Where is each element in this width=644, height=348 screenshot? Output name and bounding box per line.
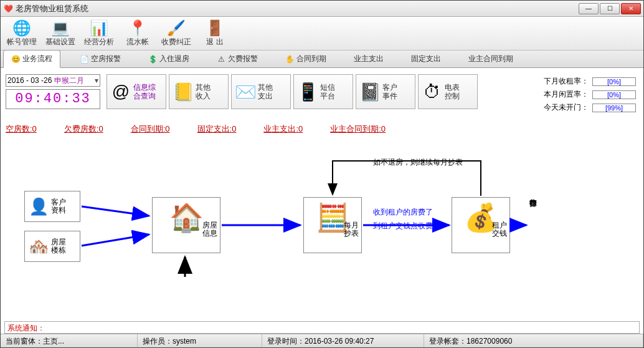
flow-building[interactable]: 🏘️ 房屋楼栋: [24, 231, 80, 262]
lunar-value: 申猴二月: [54, 75, 84, 86]
tab-3[interactable]: ⚠欠费报警: [209, 50, 266, 67]
tab-strip: 😊业务流程📄空房报警💲入住退房⚠欠费报警✋合同到期业主支出固定支出业主合同到期: [1, 51, 643, 68]
tab-label: 欠费报警: [228, 54, 258, 64]
toolbar-icon: 🌐: [12, 19, 32, 37]
flow-customer-label: 客户资料: [51, 198, 66, 215]
quick-btn-label: 信息综合查询: [133, 83, 156, 100]
svg-line-0: [82, 206, 149, 216]
toolbar-label: 收费纠正: [161, 37, 191, 47]
toolbar-icon: 💻: [50, 19, 70, 37]
tab-0[interactable]: 😊业务流程: [3, 50, 60, 68]
stat-link-1[interactable]: 欠费房数:0: [64, 123, 103, 135]
svg-line-1: [82, 234, 149, 246]
status-bar: 当前窗体：主页... 操作员：system 登录时间：2016-03-26 09…: [1, 334, 643, 347]
date-field[interactable]: 2016 - 03 -26 申猴二月 ▾: [6, 74, 100, 87]
toolbar-1[interactable]: 💻基础设置: [42, 18, 79, 49]
quick-btn-label: 其他支出: [258, 83, 273, 100]
quick-btn-icon: @: [108, 79, 133, 104]
rate-label-2: 今天未开门：: [542, 102, 590, 114]
toolbar-3[interactable]: 📍流水帐: [119, 18, 156, 49]
system-notice: 系统通知：: [4, 321, 640, 334]
flow-note1: 收到租户的房费了: [373, 207, 433, 218]
rate-label-1: 本月闲置率：: [542, 89, 590, 100]
quick-btn-1[interactable]: 📒其他收入: [169, 74, 229, 109]
system-notice-label: 系统通知：: [7, 324, 45, 332]
toolbar-0[interactable]: 🌐帐号管理: [3, 18, 40, 49]
tab-label: 业主支出: [354, 54, 384, 64]
toolbar-5[interactable]: 🚪退 出: [196, 18, 234, 49]
quick-btn-icon: ⏱: [420, 79, 445, 104]
flow-customer[interactable]: 👤 客户资料: [24, 191, 80, 222]
toolbar-label: 基础设置: [45, 37, 75, 47]
flow-note2: 到租户交钱点收费: [373, 221, 433, 231]
quick-btn-icon: 📓: [358, 79, 382, 104]
flowchart: 👤 客户资料 🏘️ 房屋楼栋 🏠 房屋信息 🧮 每月抄表 💰 租户交钱 收到租户…: [6, 172, 638, 284]
toolbar-icon: 🚪: [205, 19, 225, 37]
flow-houseinfo[interactable]: 🏠 房屋信息: [152, 197, 220, 253]
tab-4[interactable]: ✋合同到期: [277, 50, 334, 67]
rate-val-2: [99%]: [592, 104, 636, 112]
building-icon: 🏘️: [26, 234, 51, 259]
tab-label: 空房报警: [91, 54, 121, 64]
tab-7[interactable]: 业主合同到期: [460, 50, 521, 67]
maximize-button[interactable]: ☐: [600, 3, 620, 14]
tab-icon: 📄: [80, 55, 88, 64]
tab-icon: 💲: [148, 55, 157, 64]
toolbar-label: 退 出: [206, 37, 223, 47]
app-icon: ❤️: [3, 4, 13, 14]
toolbar-icon: 📍: [128, 19, 148, 37]
tab-label: 业主合同到期: [468, 54, 513, 64]
tab-6[interactable]: 固定支出: [403, 50, 449, 67]
tab-label: 业务流程: [22, 54, 52, 64]
flow-pay-label: 租户交钱: [492, 221, 507, 238]
tab-icon: 😊: [11, 55, 20, 64]
tab-2[interactable]: 💲入住退房: [140, 50, 197, 67]
date-value: 2016 - 03 -26: [7, 76, 52, 85]
stat-link-0[interactable]: 空房数:0: [6, 123, 37, 135]
toolbar-4[interactable]: 🖌️收费纠正: [158, 18, 195, 49]
tab-icon: ✋: [285, 55, 294, 64]
stat-link-5[interactable]: 业主合同到期:0: [330, 123, 386, 135]
minimize-button[interactable]: —: [579, 3, 599, 14]
stat-link-3[interactable]: 固定支出:0: [197, 123, 237, 135]
flow-pay[interactable]: 💰 租户交钱: [452, 197, 510, 253]
rates-panel: 下月收租率：[0%]本月闲置率：[0%]今天未开门：[99%]: [541, 74, 638, 115]
quick-btn-label: 客户事件: [382, 83, 397, 100]
quick-btn-icon: 📱: [295, 79, 320, 104]
toolbar-2[interactable]: 📊经营分析: [80, 18, 118, 49]
quick-btn-0[interactable]: @信息综合查询: [107, 74, 166, 109]
flow-houseinfo-label: 房屋信息: [202, 221, 217, 238]
toolbar-icon: 🖌️: [166, 19, 186, 37]
toolbar-label: 流水帐: [126, 37, 149, 47]
rate-val-1: [0%]: [592, 90, 636, 99]
close-button[interactable]: ✕: [621, 3, 641, 14]
person-icon: 👤: [26, 194, 51, 219]
tab-label: 固定支出: [411, 54, 441, 64]
quick-btn-4[interactable]: 📓客户事件: [356, 74, 415, 109]
rate-label-0: 下月收租率：: [542, 75, 590, 87]
toolbar-label: 帐号管理: [7, 37, 37, 47]
clock: 09:40:33: [6, 89, 100, 109]
quick-btn-icon: ✉️: [233, 79, 258, 104]
rate-val-0: [0%]: [592, 77, 636, 86]
quick-btn-3[interactable]: 📱短信平台: [293, 74, 353, 109]
chevron-down-icon[interactable]: ▾: [95, 76, 98, 85]
toolbar-label: 经营分析: [84, 37, 114, 47]
stat-link-4[interactable]: 业主支出:0: [263, 123, 303, 135]
quick-btn-2[interactable]: ✉️其他支出: [231, 74, 291, 109]
tab-1[interactable]: 📄空房报警: [72, 50, 129, 67]
flow-loop-label: 如不退房，则继续每月抄表: [373, 157, 463, 168]
tab-label: 入住退房: [159, 54, 189, 64]
quick-btn-icon: 📒: [171, 79, 196, 104]
stat-link-2[interactable]: 合同到期:0: [131, 123, 170, 135]
house-icon: 🏠: [164, 199, 208, 236]
titlebar: ❤️ 老房管物业租赁系统 — ☐ ✕: [1, 1, 643, 17]
toolbar-icon: 📊: [89, 19, 109, 37]
flow-building-label: 房屋楼栋: [51, 238, 66, 254]
tab-5[interactable]: 业主支出: [346, 50, 392, 67]
quick-btn-5[interactable]: ⏱电表控制: [418, 74, 478, 109]
flow-meter[interactable]: 🧮 每月抄表: [303, 197, 362, 253]
content-area: 2016 - 03 -26 申猴二月 ▾ 09:40:33 @信息综合查询📒其他…: [1, 68, 643, 321]
tab-icon: ⚠: [217, 55, 225, 64]
tab-label: 合同到期: [296, 54, 326, 64]
